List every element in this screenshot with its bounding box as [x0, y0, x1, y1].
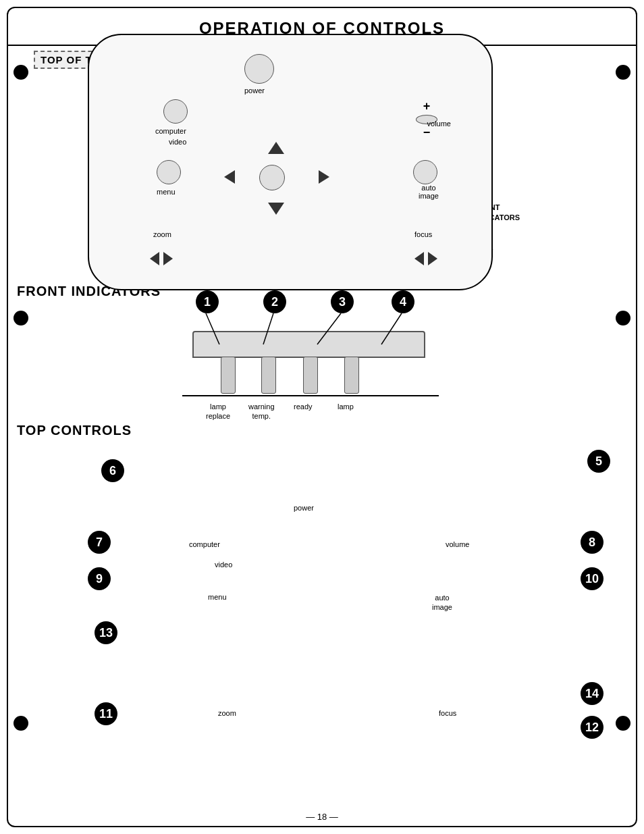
bullet-mr [616, 311, 630, 325]
indicator-bar-4 [344, 357, 359, 394]
ind-label-2: warningtemp. [248, 402, 275, 421]
volume-plus[interactable]: + [423, 99, 431, 113]
page-number: — 18 — [306, 812, 338, 822]
indicator-bar-2 [261, 357, 276, 394]
bullet-bl [14, 716, 28, 731]
zoom-label-ext: zoom [218, 709, 236, 717]
zoom-out-button[interactable] [150, 252, 159, 265]
bullet-ml [14, 311, 28, 325]
ind-label-1: lampreplace [206, 402, 230, 421]
ctrl-num-13: 13 [95, 621, 117, 644]
focus-in-button[interactable] [428, 252, 437, 265]
video-label-ext: video [215, 561, 232, 569]
indicator-num-2: 2 [263, 290, 286, 313]
video-label: video [169, 138, 186, 146]
computer-label-ext: computer [189, 540, 220, 548]
menu-label: menu [157, 188, 176, 196]
ctrl-num-11: 11 [95, 702, 117, 725]
focus-label: focus [414, 230, 432, 238]
bullet-tl [14, 65, 28, 80]
auto-image-label: autoimage [412, 184, 446, 200]
focus-control: focus [414, 237, 437, 265]
control-panel: power computer video + − volume menu aut… [88, 34, 493, 290]
power-label: power [244, 86, 265, 95]
ind-label-3: ready [294, 402, 313, 411]
menu-button[interactable] [157, 160, 181, 184]
volume-minus[interactable]: − [423, 126, 431, 140]
zoom-control: zoom [150, 237, 173, 265]
ctrl-num-12: 12 [581, 716, 603, 739]
ctrl-num-5: 5 [587, 450, 610, 473]
indicator-num-4: 4 [392, 290, 414, 313]
ctrl-num-7: 7 [88, 531, 111, 554]
volume-label-ext: volume [446, 540, 469, 548]
center-button[interactable] [259, 165, 285, 190]
computer-label: computer [155, 127, 186, 135]
bullet-br [616, 716, 630, 731]
indicator-baseline [182, 395, 439, 396]
zoom-in-button[interactable] [163, 252, 173, 265]
power-button[interactable] [244, 54, 274, 84]
auto-image-label-ext: autoimage [432, 593, 452, 613]
ctrl-num-10: 10 [581, 567, 603, 590]
top-controls-title: TOP CONTROLS [17, 423, 132, 438]
zoom-label: zoom [153, 230, 171, 238]
bullet-tr [616, 65, 630, 80]
focus-out-button[interactable] [414, 252, 424, 265]
indicator-bar-1 [221, 357, 236, 394]
auto-image-button[interactable] [413, 160, 437, 184]
ctrl-num-14: 14 [581, 682, 603, 705]
focus-label-ext: focus [439, 709, 456, 717]
power-label-ext: power [294, 504, 314, 512]
indicator-bar-3 [303, 357, 318, 394]
ind-label-4: lamp [338, 402, 354, 411]
indicator-housing-top [192, 331, 425, 358]
top-controls-section: TOP CONTROLS [17, 423, 132, 438]
menu-label-ext: menu [208, 593, 227, 601]
computer-button[interactable] [163, 99, 188, 124]
ctrl-num-9: 9 [88, 567, 111, 590]
ctrl-num-6: 6 [101, 459, 124, 482]
indicator-num-3: 3 [331, 290, 354, 313]
volume-label: volume [427, 120, 451, 128]
ctrl-num-8: 8 [581, 531, 603, 554]
indicator-num-1: 1 [196, 290, 219, 313]
